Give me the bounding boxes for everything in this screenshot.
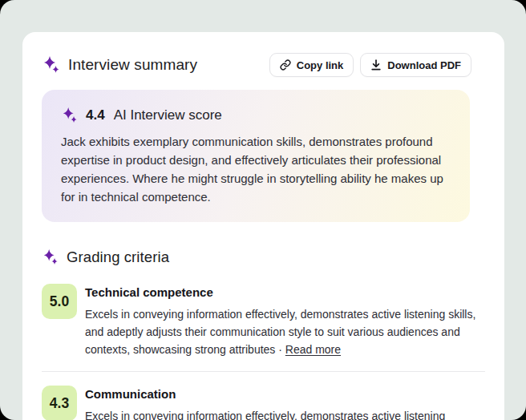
sparkle-icon xyxy=(42,55,61,75)
score-badge-value: 4.3 xyxy=(50,395,69,412)
grading-item-technical-competence: 5.0 Technical competence Excels in conve… xyxy=(42,284,485,358)
grading-item-description: Excels in conveying information effectiv… xyxy=(85,407,445,420)
grading-criteria-title: Grading criteria xyxy=(67,248,169,266)
grading-item-description-text: Excels in conveying information effectiv… xyxy=(85,308,475,356)
ai-score-summary: Jack exhibits exemplary communication sk… xyxy=(61,132,451,206)
grading-item-title: Communication xyxy=(85,386,445,402)
download-pdf-label: Download PDF xyxy=(387,59,461,71)
grading-item-communication: 4.3 Communication Excels in conveying in… xyxy=(42,386,485,420)
ai-score-title: AI Interview score xyxy=(114,107,222,123)
grading-item-description-text: Excels in conveying information effectiv… xyxy=(85,410,445,420)
score-badge: 5.0 xyxy=(42,284,77,319)
ai-score-value: 4.4 xyxy=(86,107,105,123)
grading-item-description: Excels in conveying information effectiv… xyxy=(85,305,485,358)
sparkle-icon xyxy=(42,248,59,266)
sparkle-icon xyxy=(61,107,79,124)
copy-link-label: Copy link xyxy=(297,59,344,71)
read-more-link[interactable]: Read more xyxy=(285,343,341,356)
interview-summary-card: Interview summary Copy link Download PDF xyxy=(22,32,504,420)
link-icon xyxy=(280,59,291,71)
app-viewport: Interview summary Copy link Download PDF xyxy=(0,0,526,420)
download-pdf-button[interactable]: Download PDF xyxy=(360,53,471,77)
score-badge-value: 5.0 xyxy=(50,293,69,310)
ai-score-card: 4.4 AI Interview score Jack exhibits exe… xyxy=(42,90,470,222)
copy-link-button[interactable]: Copy link xyxy=(269,53,354,77)
grading-item-title: Technical competence xyxy=(85,285,485,301)
item-divider xyxy=(42,371,485,372)
score-badge: 4.3 xyxy=(42,386,77,420)
download-icon xyxy=(370,59,382,71)
page-title: Interview summary xyxy=(68,56,197,74)
summary-header: Interview summary Copy link Download PDF xyxy=(42,53,485,77)
grading-criteria-header: Grading criteria xyxy=(42,248,485,266)
